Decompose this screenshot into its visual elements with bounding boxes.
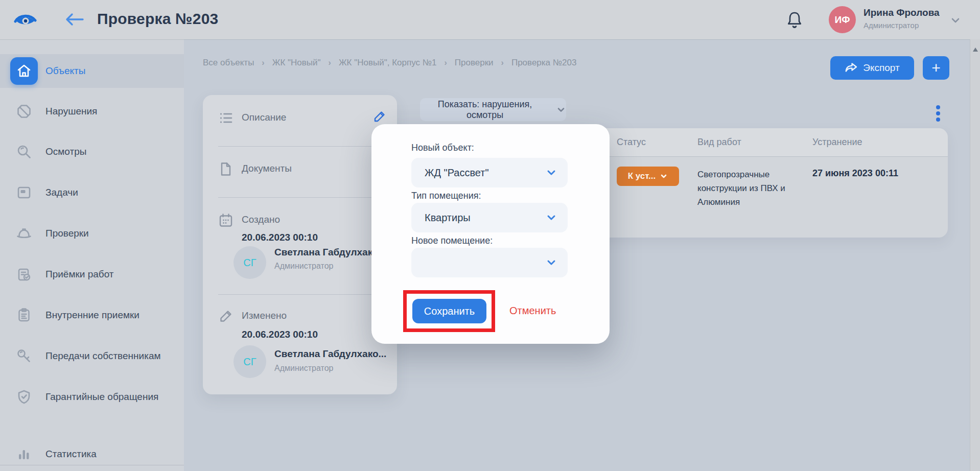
user-avatar[interactable]: ИФ xyxy=(829,6,856,33)
modified-date: 20.06.2023 00:10 xyxy=(242,329,318,340)
hardhat-icon xyxy=(16,225,32,242)
card-divider xyxy=(218,197,382,198)
back-arrow-icon[interactable] xyxy=(64,11,85,28)
edit-pencil-icon[interactable] xyxy=(372,109,387,124)
created-section-label: Создано xyxy=(242,214,280,225)
magnifier-icon xyxy=(16,144,32,160)
modified-section-label: Изменено xyxy=(242,310,287,321)
chevron-down-icon xyxy=(545,167,557,179)
new-object-value: ЖД "Рассвет" xyxy=(425,167,489,178)
sidebar-nav: Объекты Нарушения Осмотры xyxy=(0,39,184,471)
card-divider xyxy=(218,294,382,295)
prohibition-icon xyxy=(16,103,32,120)
save-button[interactable]: Сохранить xyxy=(412,299,486,323)
sidebar-item-checks[interactable]: Проверки xyxy=(0,216,184,251)
sidebar-item-objects[interactable]: Объекты xyxy=(0,54,184,88)
status-label: К уст... xyxy=(628,171,656,181)
board-icon xyxy=(16,184,32,201)
sidebar-item-warranty-claims[interactable]: Гарантийные обращения xyxy=(0,379,184,415)
new-object-select[interactable]: ЖД "Рассвет" xyxy=(411,158,568,187)
room-type-select[interactable]: Квартиры xyxy=(411,203,568,232)
show-filter-dropdown[interactable]: Показать: нарушения, осмотры xyxy=(420,98,566,121)
show-filter-label: Показать: нарушения, осмотры xyxy=(420,99,550,121)
room-type-label: Тип помещения: xyxy=(411,191,481,201)
description-section-label: Описание xyxy=(242,112,286,123)
add-button[interactable]: + xyxy=(923,56,949,80)
bar-chart-icon xyxy=(16,446,32,462)
clipboard-check-icon xyxy=(16,266,32,282)
sidebar-item-tasks[interactable]: Задачи xyxy=(0,175,184,210)
export-button[interactable]: Экспорт xyxy=(830,56,914,80)
new-room-select[interactable] xyxy=(411,248,568,277)
sidebar-item-label: Внутренние приемки xyxy=(45,310,139,321)
modified-user-name: Светлана Габдулхако... xyxy=(274,348,386,360)
chevron-down-icon xyxy=(545,256,557,269)
house-icon xyxy=(10,57,38,85)
card-divider xyxy=(218,146,382,147)
sidebar-item-label: Нарушения xyxy=(45,106,97,117)
breadcrumb-item[interactable]: Все объекты xyxy=(203,58,254,68)
room-type-value: Квартиры xyxy=(425,212,471,223)
work-type-cell: Светопрозрачные конструкции из ПВХ и Алю… xyxy=(697,168,818,209)
breadcrumb-item[interactable]: ЖК "Новый" xyxy=(272,58,321,68)
cancel-button[interactable]: Отменить xyxy=(509,305,556,317)
created-date: 20.06.2023 00:10 xyxy=(242,232,318,243)
user-menu-chevron-down-icon[interactable] xyxy=(949,14,962,27)
new-room-label: Новое помещение: xyxy=(411,236,493,246)
sidebar-item-label: Осмотры xyxy=(45,146,86,157)
sidebar-item-violations[interactable]: Нарушения xyxy=(0,93,184,129)
created-user-name: Светлана Габдулхако xyxy=(274,247,379,258)
share-icon xyxy=(845,62,858,74)
documents-section-label[interactable]: Документы xyxy=(242,163,292,174)
list-icon xyxy=(218,110,234,126)
chevron-down-icon xyxy=(556,105,566,115)
document-icon xyxy=(218,161,234,177)
breadcrumb-item-current: Проверка №203 xyxy=(511,58,576,68)
scrollbar-up-arrow-icon[interactable] xyxy=(973,48,978,52)
modified-user-avatar: СГ xyxy=(234,345,266,378)
new-object-label: Новый объект: xyxy=(411,143,474,153)
clipboard-lines-icon xyxy=(16,307,32,323)
sidebar-item-label: Передачи собственникам xyxy=(45,350,161,362)
sidebar-item-statistics[interactable]: Статистика xyxy=(0,436,184,471)
more-options-kebab-icon[interactable] xyxy=(933,100,943,127)
export-button-label: Экспорт xyxy=(863,62,899,74)
breadcrumb-item[interactable]: ЖК "Новый", Корпус №1 xyxy=(339,58,437,68)
modified-user-role: Администратор xyxy=(274,364,333,373)
resolution-date-cell: 27 июня 2023 00:11 xyxy=(812,168,898,179)
key-icon xyxy=(16,348,32,364)
vertical-scrollbar[interactable] xyxy=(970,39,980,471)
chevron-down-icon xyxy=(660,172,668,180)
sidebar-item-label: Статистика xyxy=(45,449,97,460)
sidebar-item-work-acceptance[interactable]: Приёмки работ xyxy=(0,256,184,292)
page-title: Проверка №203 xyxy=(97,10,218,28)
notifications-bell-icon[interactable] xyxy=(786,10,803,30)
breadcrumb-separator: › xyxy=(501,58,504,67)
app-window: Проверка №203 ИФ Ирина Фролова Администр… xyxy=(0,0,980,471)
created-user-avatar: СГ xyxy=(234,246,266,279)
shield-check-icon xyxy=(16,389,32,405)
calendar-icon xyxy=(218,213,234,228)
sidebar-item-internal-acceptance[interactable]: Внутренние приемки xyxy=(0,297,184,333)
sidebar-item-label: Объекты xyxy=(45,65,85,77)
sidebar-item-inspections[interactable]: Осмотры xyxy=(0,134,184,170)
sidebar-item-label: Задачи xyxy=(45,187,78,198)
sidebar-item-label: Гарантийные обращения xyxy=(45,391,158,403)
user-name: Ирина Фролова xyxy=(864,7,940,18)
move-object-modal: Новый объект: ЖД "Рассвет" Тип помещения… xyxy=(371,124,610,344)
pencil-icon xyxy=(218,309,234,324)
sidebar-item-label: Приёмки работ xyxy=(45,269,114,280)
breadcrumb-separator: › xyxy=(262,58,264,67)
status-dropdown-button[interactable]: К уст... xyxy=(617,167,679,186)
top-header: Проверка №203 ИФ Ирина Фролова Администр… xyxy=(0,0,980,39)
column-header-work-type: Вид работ xyxy=(697,137,741,148)
sidebar-item-label: Проверки xyxy=(45,228,89,239)
breadcrumb: Все объекты › ЖК "Новый" › ЖК "Новый", К… xyxy=(203,58,576,68)
column-header-resolution: Устранение xyxy=(812,137,862,148)
user-role: Администратор xyxy=(864,21,919,30)
created-user-role: Администратор xyxy=(274,262,333,271)
sidebar-item-owner-handover[interactable]: Передачи собственникам xyxy=(0,338,184,374)
app-logo-eye-icon[interactable] xyxy=(13,10,37,29)
column-header-status: Статус xyxy=(617,137,646,148)
breadcrumb-item[interactable]: Проверки xyxy=(455,58,494,68)
